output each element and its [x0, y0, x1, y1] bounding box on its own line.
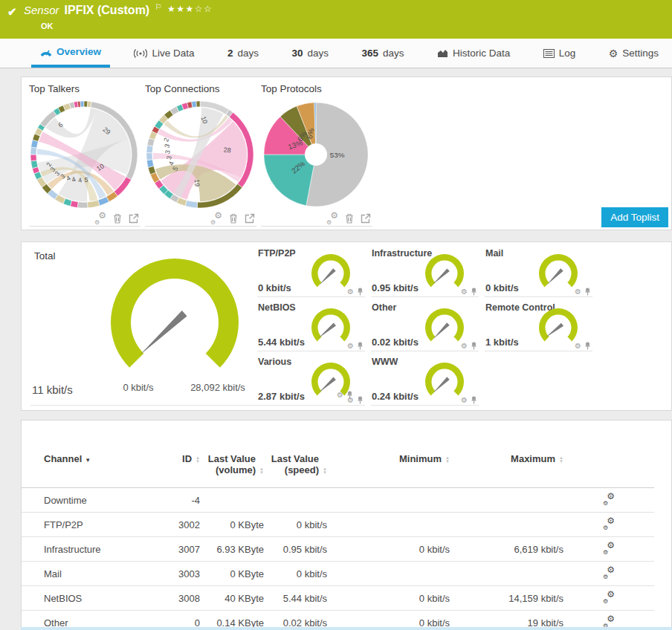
last-value-speed [264, 488, 327, 513]
open-external-icon[interactable] [361, 213, 371, 224]
pin-icon[interactable] [357, 342, 364, 350]
channel-id: 3002 [154, 513, 200, 537]
gauge-scale-min: 0 kbit/s [116, 382, 161, 393]
tab-historic-data[interactable]: Historic Data [428, 39, 519, 68]
delete-trash-icon[interactable] [345, 213, 354, 224]
channel-gauge-value: 0 kbit/s [485, 282, 519, 293]
channel-gauge [424, 253, 465, 293]
maximum-value [450, 513, 563, 537]
toplist-title: Top Protocols [261, 83, 372, 94]
priority-stars[interactable]: ★★★☆☆ [167, 4, 213, 14]
pin-icon[interactable] [471, 396, 477, 404]
column-header-minimum[interactable]: Minimum [327, 435, 450, 488]
delete-trash-icon[interactable] [229, 213, 238, 224]
tab-365-days[interactable]: 365days [352, 39, 413, 68]
pin-icon[interactable] [584, 342, 591, 350]
last-value-speed: 0 kbit/s [264, 513, 327, 537]
add-toplist-button[interactable]: Add Toplist [601, 207, 668, 227]
tab-overview[interactable]: Overview [31, 39, 110, 68]
pin-icon[interactable] [471, 288, 477, 296]
gauge-settings-gear-icon[interactable] [461, 342, 468, 350]
column-header-last-value-speed[interactable]: Last Value (speed) [264, 435, 327, 488]
table-row-netbios: NetBIOS300840 KByte5.44 kbit/s0 kbit/s14… [22, 586, 654, 611]
toplist-title: Top Connections [145, 83, 256, 94]
channel-settings-icon[interactable] [603, 568, 615, 578]
channel-link[interactable]: NetBIOS [22, 586, 154, 611]
pin-icon[interactable] [357, 288, 364, 296]
row-actions [563, 586, 654, 611]
svg-text:28: 28 [223, 146, 231, 155]
open-external-icon[interactable] [129, 213, 139, 224]
column-header-id[interactable]: ID [154, 435, 200, 488]
row-actions [563, 562, 654, 586]
channel-link[interactable]: Mail [22, 562, 154, 586]
channel-id: 3008 [154, 586, 200, 611]
channel-link[interactable]: Infrastructure [22, 537, 154, 562]
open-external-icon[interactable] [245, 213, 255, 224]
table-row-downtime: Downtime-4 [22, 488, 654, 513]
channel-settings-icon[interactable] [603, 543, 615, 553]
gauge-settings-gear-icon[interactable] [347, 342, 354, 350]
channel-id: 3007 [154, 537, 200, 562]
channel-table-header: Channel ID Last Value (volume) Last Valu… [22, 435, 654, 488]
gauge-settings-gear-icon[interactable] [347, 396, 354, 404]
channel-gauge-value: 0 kbit/s [258, 282, 291, 293]
channel-gauge [538, 253, 578, 293]
delete-trash-icon[interactable] [113, 213, 122, 224]
tab-live-data[interactable]: Live Data [125, 39, 203, 68]
gauge-settings-gear-icon[interactable] [575, 288, 581, 296]
column-header-last-value-volume[interactable]: Last Value (volume) [200, 435, 264, 488]
last-value-volume: 0 KByte [200, 562, 264, 586]
tab-label: Settings [622, 48, 659, 59]
prtg-sensor-page: Sensor IPFIX (Custom) ★★★☆☆ OK Overview … [0, 0, 672, 630]
last-value-speed: 0 kbit/s [264, 562, 327, 586]
channel-settings-icon[interactable] [603, 519, 615, 529]
channel-link[interactable]: Downtime [22, 488, 154, 513]
last-value-volume [200, 488, 264, 513]
tab-label-number: 30 [291, 48, 303, 59]
column-header-channel[interactable]: Channel [22, 435, 154, 488]
gauge-settings-gear-icon[interactable] [461, 396, 468, 404]
sort-icon [323, 467, 327, 475]
gauge-settings-gear-icon[interactable] [461, 288, 468, 296]
channel-settings-icon[interactable] [603, 592, 615, 603]
gauge-cell-icons [575, 288, 591, 296]
minimum-value: 0 kbit/s [327, 537, 450, 562]
pin-icon[interactable] [584, 288, 591, 296]
channel-settings-icon[interactable] [603, 617, 615, 627]
next-row-highlight-strip [21, 627, 672, 630]
toplist-settings-icon[interactable] [210, 213, 222, 224]
gauge-settings-gear-icon[interactable] [575, 342, 581, 350]
flag-icon[interactable] [155, 2, 162, 12]
channel-id: 3003 [154, 562, 200, 586]
tab-log[interactable]: Log [534, 39, 585, 68]
tab-30-days[interactable]: 30days [282, 39, 337, 68]
toplist-card-top-talkers: Top Talkers 6291023334445 [29, 83, 140, 227]
last-value-speed: 5.44 kbit/s [264, 586, 327, 611]
page-title: IPFIX (Custom) [65, 4, 150, 17]
gauge-cell-icons [461, 342, 477, 350]
toplist-settings-icon[interactable] [94, 213, 106, 224]
tab-label: Live Data [152, 48, 194, 59]
tab-label: Historic Data [453, 48, 510, 59]
channel-settings-icon[interactable] [603, 494, 615, 504]
toplist-settings-icon[interactable] [326, 213, 338, 224]
channel-gauge [311, 308, 351, 348]
top-protocols-pie-chart[interactable]: 53%22%13%6%6% [261, 100, 371, 210]
top-talkers-chord-chart[interactable]: 6291023334445 [29, 100, 139, 210]
top-connections-chord-chart[interactable]: 102819233345 [145, 100, 255, 210]
tab-settings[interactable]: ⚙ Settings [600, 39, 668, 68]
sort-icon [445, 456, 450, 464]
total-gauge-label: Total [34, 250, 56, 262]
tab-label-number: 2 [227, 48, 233, 59]
column-header-maximum[interactable]: Maximum [450, 435, 563, 488]
tab-2-days[interactable]: 2days [219, 39, 268, 68]
channel-link[interactable]: FTP/P2P [22, 513, 154, 537]
channel-table: Channel ID Last Value (volume) Last Valu… [22, 435, 654, 630]
toplist-icons [94, 213, 139, 224]
channel-gauge-label: Other [372, 302, 396, 313]
pin-icon[interactable] [357, 396, 364, 404]
gauge-settings-gear-icon[interactable] [347, 288, 354, 296]
pin-icon[interactable] [471, 342, 477, 350]
status-ok-check-icon [7, 5, 17, 19]
